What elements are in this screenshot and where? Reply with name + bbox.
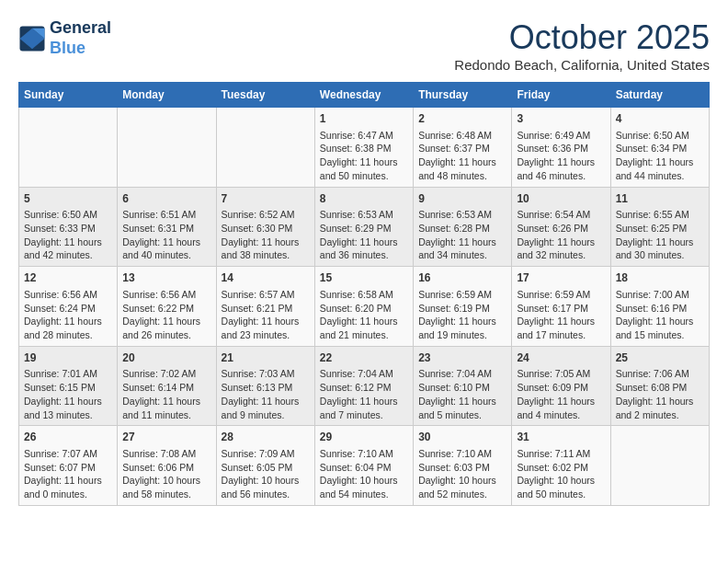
- cell-content: Sunset: 6:24 PM: [24, 302, 112, 316]
- day-number: 23: [418, 350, 506, 366]
- cell-content: Sunrise: 7:04 AM: [418, 367, 506, 381]
- weekday-header: Sunday: [19, 83, 118, 108]
- cell-content: Sunrise: 6:53 AM: [418, 208, 506, 222]
- cell-content: Sunset: 6:34 PM: [616, 142, 704, 155]
- cell-content: Sunset: 6:31 PM: [122, 222, 210, 236]
- cell-content: Sunrise: 7:02 AM: [122, 367, 210, 381]
- day-number: 10: [517, 191, 605, 207]
- cell-content: Sunset: 6:02 PM: [517, 461, 605, 475]
- day-number: 2: [418, 111, 506, 127]
- logo: GeneralBlue: [18, 18, 111, 58]
- calendar-cell: 12Sunrise: 6:56 AMSunset: 6:24 PMDayligh…: [19, 267, 118, 347]
- calendar-cell: 11Sunrise: 6:55 AMSunset: 6:25 PMDayligh…: [610, 187, 709, 267]
- day-number: 8: [320, 191, 408, 207]
- cell-content: Daylight: 11 hours and 4 minutes.: [517, 395, 605, 421]
- cell-content: Daylight: 10 hours and 50 minutes.: [517, 474, 605, 500]
- cell-content: Sunrise: 6:59 AM: [517, 288, 605, 302]
- month-title: October 2025: [454, 18, 710, 57]
- cell-content: Daylight: 11 hours and 46 minutes.: [517, 155, 605, 182]
- calendar-cell: 15Sunrise: 6:58 AMSunset: 6:20 PMDayligh…: [314, 267, 413, 347]
- day-number: 25: [616, 350, 704, 366]
- calendar-cell: 2Sunrise: 6:48 AMSunset: 6:37 PMDaylight…: [414, 108, 512, 188]
- calendar-cell: 1Sunrise: 6:47 AMSunset: 6:38 PMDaylight…: [314, 108, 413, 188]
- calendar-cell: 27Sunrise: 7:08 AMSunset: 6:06 PMDayligh…: [118, 426, 216, 506]
- cell-content: Sunrise: 6:48 AM: [418, 129, 506, 143]
- cell-content: Sunrise: 6:59 AM: [418, 288, 506, 302]
- cell-content: Sunset: 6:30 PM: [222, 222, 310, 236]
- cell-content: Sunset: 6:14 PM: [122, 381, 210, 395]
- cell-content: Daylight: 11 hours and 36 minutes.: [320, 236, 408, 262]
- cell-content: Sunset: 6:25 PM: [616, 222, 704, 236]
- cell-content: Daylight: 11 hours and 17 minutes.: [517, 315, 605, 341]
- cell-content: Daylight: 11 hours and 15 minutes.: [616, 315, 704, 341]
- day-number: 13: [122, 270, 210, 286]
- day-number: 20: [122, 350, 210, 366]
- cell-content: Daylight: 11 hours and 42 minutes.: [24, 236, 112, 262]
- day-number: 3: [517, 111, 605, 127]
- calendar-cell: 30Sunrise: 7:10 AMSunset: 6:03 PMDayligh…: [414, 426, 512, 506]
- cell-content: Daylight: 11 hours and 44 minutes.: [616, 155, 704, 182]
- calendar-cell: 31Sunrise: 7:11 AMSunset: 6:02 PMDayligh…: [512, 426, 610, 506]
- calendar-cell: [610, 426, 709, 506]
- cell-content: Sunset: 6:13 PM: [222, 381, 310, 395]
- cell-content: Sunrise: 6:56 AM: [122, 288, 210, 302]
- cell-content: Sunrise: 6:54 AM: [517, 208, 605, 222]
- day-number: 24: [517, 350, 605, 366]
- page-header: GeneralBlue October 2025 Redondo Beach, …: [18, 18, 710, 73]
- cell-content: Daylight: 11 hours and 40 minutes.: [122, 236, 210, 262]
- day-number: 11: [616, 191, 704, 207]
- cell-content: Daylight: 11 hours and 5 minutes.: [418, 395, 506, 421]
- cell-content: Sunrise: 7:11 AM: [517, 447, 605, 461]
- cell-content: Sunset: 6:19 PM: [418, 302, 506, 316]
- cell-content: Sunset: 6:12 PM: [320, 381, 408, 395]
- cell-content: Daylight: 11 hours and 13 minutes.: [24, 395, 112, 421]
- cell-content: Sunset: 6:37 PM: [418, 142, 506, 155]
- logo-icon: [18, 25, 46, 52]
- calendar-week-row: 1Sunrise: 6:47 AMSunset: 6:38 PMDaylight…: [19, 108, 710, 188]
- cell-content: Daylight: 11 hours and 48 minutes.: [418, 155, 506, 182]
- cell-content: Sunrise: 7:04 AM: [320, 367, 408, 381]
- cell-content: Sunset: 6:26 PM: [517, 222, 605, 236]
- cell-content: Sunrise: 6:56 AM: [24, 288, 112, 302]
- calendar-week-row: 5Sunrise: 6:50 AMSunset: 6:33 PMDaylight…: [19, 187, 710, 267]
- cell-content: Daylight: 11 hours and 28 minutes.: [24, 315, 112, 341]
- day-number: 17: [517, 270, 605, 286]
- cell-content: Daylight: 10 hours and 56 minutes.: [222, 474, 310, 500]
- day-number: 14: [222, 270, 310, 286]
- calendar-cell: 18Sunrise: 7:00 AMSunset: 6:16 PMDayligh…: [610, 267, 709, 347]
- day-number: 29: [320, 430, 408, 445]
- cell-content: Daylight: 10 hours and 52 minutes.: [418, 474, 506, 500]
- calendar-cell: 28Sunrise: 7:09 AMSunset: 6:05 PMDayligh…: [216, 426, 314, 506]
- day-number: 1: [320, 111, 408, 127]
- cell-content: Daylight: 11 hours and 26 minutes.: [122, 315, 210, 341]
- cell-content: Sunrise: 7:00 AM: [616, 288, 704, 302]
- weekday-header-row: SundayMondayTuesdayWednesdayThursdayFrid…: [19, 83, 710, 108]
- cell-content: Sunrise: 6:52 AM: [222, 208, 310, 222]
- calendar-cell: 13Sunrise: 6:56 AMSunset: 6:22 PMDayligh…: [118, 267, 216, 347]
- cell-content: Sunset: 6:03 PM: [418, 461, 506, 475]
- cell-content: Daylight: 10 hours and 54 minutes.: [320, 474, 408, 500]
- day-number: 30: [418, 430, 506, 445]
- calendar-cell: 17Sunrise: 6:59 AMSunset: 6:17 PMDayligh…: [512, 267, 610, 347]
- calendar-cell: 25Sunrise: 7:06 AMSunset: 6:08 PMDayligh…: [610, 346, 709, 426]
- day-number: 5: [24, 191, 112, 207]
- day-number: 26: [24, 430, 112, 445]
- day-number: 12: [24, 270, 112, 286]
- cell-content: Daylight: 11 hours and 38 minutes.: [222, 236, 310, 262]
- day-number: 27: [122, 430, 210, 445]
- cell-content: Sunrise: 7:01 AM: [24, 367, 112, 381]
- calendar-cell: 19Sunrise: 7:01 AMSunset: 6:15 PMDayligh…: [19, 346, 118, 426]
- logo-text: GeneralBlue: [50, 18, 111, 58]
- weekday-header: Wednesday: [314, 83, 413, 108]
- calendar-cell: 16Sunrise: 6:59 AMSunset: 6:19 PMDayligh…: [414, 267, 512, 347]
- cell-content: Sunset: 6:07 PM: [24, 461, 112, 475]
- cell-content: Sunrise: 7:08 AM: [122, 447, 210, 461]
- weekday-header: Friday: [512, 83, 610, 108]
- day-number: 15: [320, 270, 408, 286]
- cell-content: Sunset: 6:04 PM: [320, 461, 408, 475]
- cell-content: Sunrise: 6:51 AM: [122, 208, 210, 222]
- day-number: 16: [418, 270, 506, 286]
- cell-content: Sunset: 6:16 PM: [616, 302, 704, 316]
- cell-content: Sunrise: 7:05 AM: [517, 367, 605, 381]
- cell-content: Sunset: 6:15 PM: [24, 381, 112, 395]
